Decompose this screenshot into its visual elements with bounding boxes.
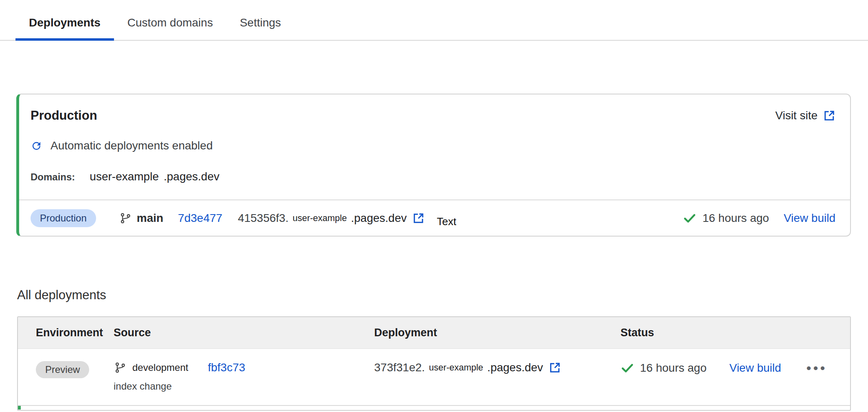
commit-message: index change [114,381,374,392]
domain-subdomain: user-example [90,170,159,183]
commit-link[interactable]: 7d3e477 [178,212,222,225]
deployment-suffix: .pages.dev [351,212,407,225]
refresh-icon [31,140,42,152]
column-header-status: Status [620,327,850,339]
column-header-environment: Environment [18,327,114,339]
view-build-link[interactable]: View build [729,362,781,375]
check-icon [620,361,634,375]
production-deployment-row: Production main 7d3e477 415356f3. user-e… [19,200,850,236]
environment-badge: Preview [36,361,89,378]
git-branch-icon [120,213,131,224]
table-header-row: Environment Source Deployment Status [18,317,850,349]
deployment-id: 373f31e2. [374,361,425,374]
column-header-source: Source [114,327,374,339]
production-card: Production Visit site Automatic deploym [16,94,851,237]
commit-link[interactable]: fbf3c73 [208,361,245,374]
tab-label: Settings [240,16,281,29]
environment-badge: Production [31,209,96,227]
external-link-icon [823,110,835,122]
deployment-id: 415356f3. [238,212,289,225]
tab-label: Custom domains [127,16,213,29]
deployments-table: Environment Source Deployment Status Pre… [17,316,851,411]
deployment-subdomain: user-example [429,362,483,373]
deployment-suffix: .pages.dev [487,361,543,374]
column-header-deployment: Deployment [374,327,620,339]
deployment-time: 16 hours ago [640,362,706,375]
domain-suffix: .pages.dev [164,170,219,183]
tab-label: Deployments [29,16,101,29]
visit-site-label: Visit site [775,109,818,122]
external-link-icon[interactable] [412,212,425,224]
deployment-time: 16 hours ago [702,212,769,225]
all-deployments-title: All deployments [17,288,868,302]
note-text: Text [437,215,456,228]
auto-deployments-text: Automatic deployments enabled [50,139,213,152]
check-icon [683,211,697,225]
kebab-horizontal-icon[interactable]: ••• [807,361,827,375]
tab-deployments[interactable]: Deployments [15,0,114,40]
git-branch-icon [114,362,126,373]
deployment-subdomain: user-example [293,213,347,224]
view-build-link[interactable]: View build [784,212,835,225]
external-link-icon[interactable] [549,362,561,374]
production-card-title: Production [31,108,97,123]
branch-name: main [137,212,163,225]
domains-label: Domains: [31,171,75,183]
next-row-stub [18,406,850,410]
tab-bar: Deployments Custom domains Settings [0,0,868,41]
branch-name: development [132,362,188,373]
tab-settings[interactable]: Settings [226,0,294,40]
visit-site-link[interactable]: Visit site [775,109,835,122]
table-row: Preview development fbf3c73 index change [18,349,850,405]
tab-custom-domains[interactable]: Custom domains [114,0,226,40]
